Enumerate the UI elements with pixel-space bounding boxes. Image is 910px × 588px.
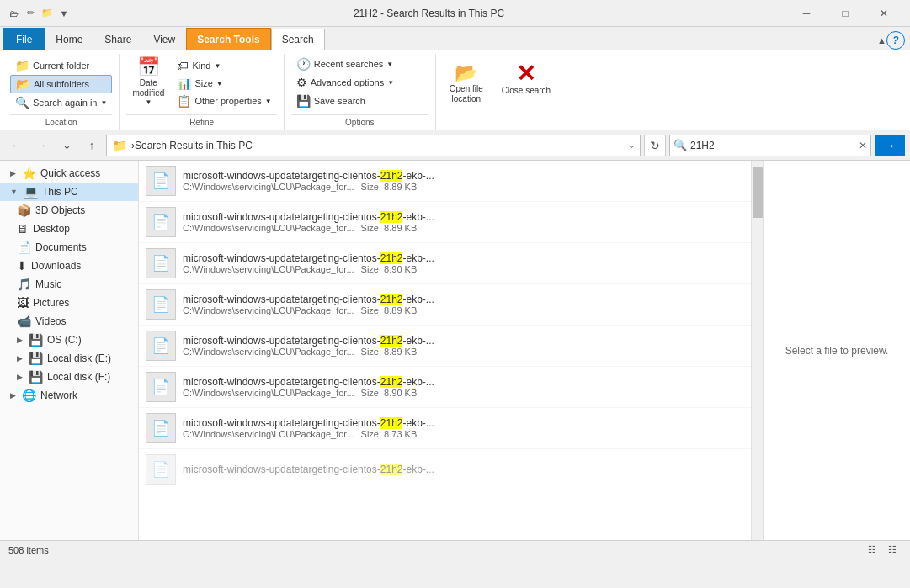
sidebar-item-quick-access[interactable]: ▶ ⭐ Quick access bbox=[0, 164, 138, 183]
location-buttons: 📁 Current folder 📂 All subfolders 🔍 Sear… bbox=[10, 56, 112, 111]
documents-label: Documents bbox=[35, 241, 87, 253]
name-suffix: -ekb-... bbox=[402, 335, 434, 347]
dropdown-arrow-icon[interactable]: ▼ bbox=[57, 7, 71, 20]
all-subfolders-label: All subfolders bbox=[34, 79, 89, 89]
recent-locations-button[interactable]: ⌄ bbox=[56, 135, 77, 156]
file-size: Size: 8.89 KB bbox=[361, 223, 418, 233]
sidebar-item-local-disk-f[interactable]: ▶ 💾 Local disk (F:) bbox=[0, 368, 138, 386]
name-prefix: microsoft-windows-updatetargeting-client… bbox=[183, 294, 380, 305]
all-subfolders-button[interactable]: 📂 All subfolders bbox=[10, 75, 112, 93]
help-button[interactable]: ? bbox=[886, 31, 905, 50]
save-search-button[interactable]: 💾 Save search bbox=[291, 93, 370, 109]
collapse-ribbon-icon[interactable]: ▲ bbox=[877, 35, 886, 45]
file-info: microsoft-windows-updatetargeting-client… bbox=[183, 464, 744, 475]
sidebar-item-pictures[interactable]: 🖼 Pictures bbox=[0, 294, 138, 312]
open-file-location-button[interactable]: 📂 Open filelocation bbox=[443, 59, 490, 108]
file-thumb: 📄 bbox=[146, 166, 176, 196]
folder-icon[interactable]: 📁 bbox=[40, 7, 54, 20]
sidebar-item-downloads[interactable]: ⬇ Downloads bbox=[0, 257, 138, 275]
sidebar-item-network[interactable]: ▶ 🌐 Network bbox=[0, 386, 138, 405]
name-prefix: microsoft-windows-updatetargeting-client… bbox=[183, 170, 380, 182]
save-search-label: Save search bbox=[314, 96, 365, 106]
advanced-options-button[interactable]: ⚙ Advanced options ▼ bbox=[291, 74, 399, 91]
list-item[interactable]: 📄 microsoft-windows-updatetargeting-clie… bbox=[139, 284, 751, 326]
sidebar-item-os-c[interactable]: ▶ 💾 OS (C:) bbox=[0, 331, 138, 349]
tab-search-tools[interactable]: Search Tools bbox=[186, 28, 270, 50]
search-input[interactable] bbox=[690, 140, 859, 151]
file-name: microsoft-windows-updatetargeting-client… bbox=[183, 252, 744, 264]
details-view-button[interactable]: ☷ bbox=[863, 543, 881, 558]
ribbon-group-options: 🕐 Recent searches ▼ ⚙ Advanced options ▼… bbox=[285, 54, 436, 130]
quick-access-icon[interactable]: ✏ bbox=[24, 7, 37, 20]
list-item[interactable]: 📄 microsoft-windows-updatetargeting-clie… bbox=[139, 202, 751, 243]
tab-home[interactable]: Home bbox=[45, 28, 93, 50]
forward-button[interactable]: → bbox=[30, 135, 52, 156]
list-item[interactable]: 📄 microsoft-windows-updatetargeting-clie… bbox=[139, 449, 751, 490]
minimize-button[interactable]: ─ bbox=[787, 0, 826, 27]
folder-icon: 📁 bbox=[15, 59, 29, 72]
file-thumb: 📄 bbox=[146, 413, 176, 443]
refresh-button[interactable]: ↻ bbox=[644, 135, 666, 156]
sidebar-item-this-pc[interactable]: ▼ 💻 This PC bbox=[0, 183, 138, 201]
back-button[interactable]: ← bbox=[5, 135, 27, 156]
title-bar-icons: 🗁 ✏ 📁 ▼ bbox=[7, 7, 71, 20]
network-label: Network bbox=[40, 389, 77, 401]
file-thumb: 📄 bbox=[146, 207, 176, 237]
list-item[interactable]: 📄 microsoft-windows-updatetargeting-clie… bbox=[139, 367, 751, 408]
tab-search[interactable]: Search bbox=[271, 29, 325, 50]
close-search-button[interactable]: ✕ Close search bbox=[495, 59, 557, 99]
sidebar-item-music[interactable]: 🎵 Music bbox=[0, 275, 138, 294]
list-item[interactable]: 📄 microsoft-windows-updatetargeting-clie… bbox=[139, 243, 751, 284]
options-group-label: Options bbox=[291, 114, 428, 130]
close-button[interactable]: ✕ bbox=[865, 0, 903, 27]
search-clear-button[interactable]: ✕ bbox=[859, 140, 867, 151]
list-item[interactable]: 📄 microsoft-windows-updatetargeting-clie… bbox=[139, 326, 751, 367]
date-modified-button[interactable]: 📅 Datemodified ▼ bbox=[126, 56, 170, 109]
file-size: Size: 8.89 KB bbox=[361, 305, 418, 315]
3d-objects-icon: 📦 bbox=[17, 204, 31, 217]
kind-button[interactable]: 🏷 Kind ▼ bbox=[172, 57, 276, 74]
scrollbar-thumb[interactable] bbox=[753, 167, 763, 218]
other-properties-button[interactable]: 📋 Other properties ▼ bbox=[172, 93, 276, 109]
location-group-label: Location bbox=[10, 114, 112, 130]
scrollbar-track[interactable] bbox=[751, 161, 763, 540]
tab-file[interactable]: File bbox=[3, 28, 45, 50]
file-size: Size: 8.90 KB bbox=[361, 388, 418, 398]
large-icons-view-button[interactable]: ☷ bbox=[883, 543, 902, 558]
maximize-button[interactable]: □ bbox=[826, 0, 865, 27]
file-name: microsoft-windows-updatetargeting-client… bbox=[183, 464, 744, 475]
pictures-icon: 🖼 bbox=[17, 296, 29, 310]
tab-view[interactable]: View bbox=[142, 28, 186, 50]
up-button[interactable]: ↑ bbox=[81, 135, 103, 156]
file-path: C:\Windows\servicing\LCU\Package_for... bbox=[183, 223, 354, 233]
file-size: Size: 8.73 KB bbox=[361, 429, 418, 439]
sidebar-item-documents[interactable]: 📄 Documents bbox=[0, 238, 138, 257]
sidebar-item-3d-objects[interactable]: 📦 3D Objects bbox=[0, 201, 138, 220]
name-suffix: -ekb-... bbox=[402, 376, 434, 388]
ribbon-group-refine: 📅 Datemodified ▼ 🏷 Kind ▼ 📊 Size ▼ 📋 Oth… bbox=[120, 54, 284, 130]
recent-searches-button[interactable]: 🕐 Recent searches ▼ bbox=[291, 56, 398, 72]
tab-share[interactable]: Share bbox=[93, 28, 142, 50]
name-suffix: -ekb-... bbox=[402, 417, 434, 429]
list-item[interactable]: 📄 microsoft-windows-updatetargeting-clie… bbox=[139, 408, 751, 449]
file-thumb: 📄 bbox=[146, 248, 176, 278]
list-item[interactable]: 📄 microsoft-windows-updatetargeting-clie… bbox=[139, 161, 751, 202]
advanced-options-label: Advanced options bbox=[311, 77, 384, 87]
expand-icon: ▼ bbox=[10, 188, 18, 196]
file-info: microsoft-windows-updatetargeting-client… bbox=[183, 170, 744, 192]
size-dropdown-icon: ▼ bbox=[216, 80, 223, 87]
documents-icon: 📄 bbox=[17, 241, 31, 254]
drive-f-icon: 💾 bbox=[29, 370, 43, 384]
sidebar-item-local-disk-e[interactable]: ▶ 💾 Local disk (E:) bbox=[0, 349, 138, 368]
date-dropdown-icon: ▼ bbox=[145, 98, 152, 106]
address-box[interactable]: 📁 › Search Results in This PC ⌄ bbox=[106, 135, 641, 156]
search-again-button[interactable]: 🔍 Search again in ▼ bbox=[10, 94, 112, 111]
size-button[interactable]: 📊 Size ▼ bbox=[172, 75, 276, 92]
address-dropdown-icon[interactable]: ⌄ bbox=[628, 140, 635, 150]
sidebar-item-desktop[interactable]: 🖥 Desktop bbox=[0, 220, 138, 238]
current-folder-button[interactable]: 📁 Current folder bbox=[10, 57, 112, 74]
sidebar-item-videos[interactable]: 📹 Videos bbox=[0, 312, 138, 331]
properties-icon: 📋 bbox=[177, 94, 191, 108]
name-prefix: microsoft-windows-updatetargeting-client… bbox=[183, 464, 380, 475]
search-go-button[interactable]: → bbox=[875, 135, 905, 156]
